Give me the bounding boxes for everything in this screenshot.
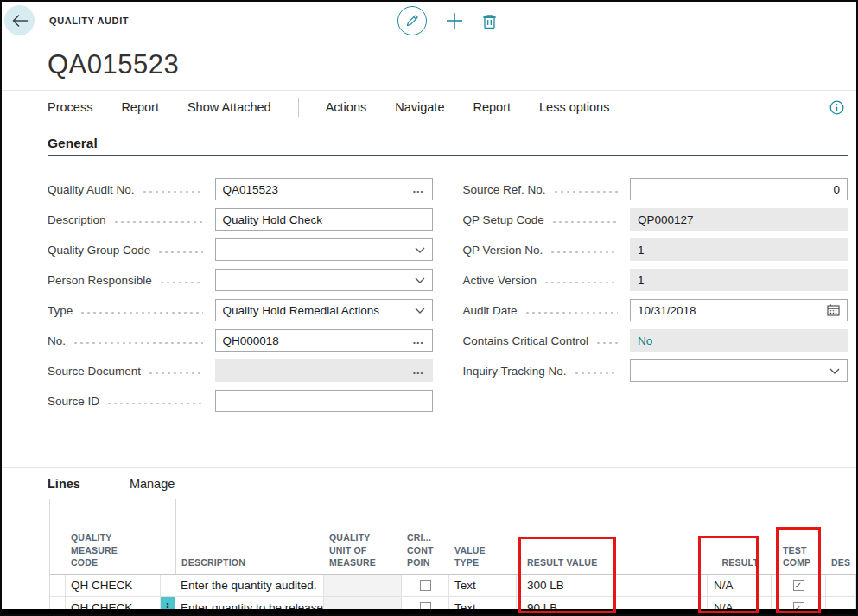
cell-quality-measure-code[interactable]: QH CHECK xyxy=(66,575,161,597)
back-button[interactable] xyxy=(4,5,35,35)
cell-value-type[interactable]: Text xyxy=(449,575,517,597)
inquiry-tracking-no-select[interactable] xyxy=(630,359,848,382)
source-document-field[interactable]: … xyxy=(215,359,433,382)
source-id-input[interactable] xyxy=(215,390,433,412)
dotted-leader xyxy=(148,359,202,382)
dotted-leader xyxy=(142,178,203,200)
bottom-edge-bar xyxy=(2,609,856,614)
chevron-down-icon[interactable] xyxy=(415,277,425,283)
tab-manage[interactable]: Manage xyxy=(130,477,175,491)
field-value: No xyxy=(638,334,652,347)
menu-show-attached[interactable]: Show Attached xyxy=(187,100,271,114)
field-label-qp-setup-code: QP Setup Code xyxy=(463,213,544,226)
field-value: 10/31/2018 xyxy=(638,304,696,317)
field-label-type: Type xyxy=(48,304,73,317)
quality-group-code-select[interactable] xyxy=(215,238,433,261)
cell-des[interactable] xyxy=(826,575,856,597)
contains-critical-control-field: No xyxy=(630,329,848,352)
cell-result-value[interactable]: 300 LB xyxy=(517,575,708,597)
field-label-no: No. xyxy=(48,334,66,347)
source-ref-no-input[interactable]: 0 xyxy=(630,178,848,200)
col-header-description[interactable]: DESCRIPTION xyxy=(175,499,324,575)
field-label-source-ref-no: Source Ref. No. xyxy=(463,183,546,196)
new-button[interactable] xyxy=(445,11,464,30)
cell-quality-unit-of-measure[interactable] xyxy=(324,575,402,597)
type-select[interactable]: Quality Hold Remedial Actions xyxy=(215,299,433,321)
col-header-quality-measure-code[interactable]: QUALITY MEASURE CODE xyxy=(66,499,161,575)
menu-navigate[interactable]: Navigate xyxy=(395,100,444,114)
assist-edit-icon[interactable]: … xyxy=(412,366,425,375)
calendar-icon[interactable] xyxy=(827,304,840,316)
field-label-source-id: Source ID xyxy=(48,395,99,408)
col-header-row-menu xyxy=(161,499,175,575)
dotted-leader xyxy=(157,238,202,261)
menu-less-options[interactable]: Less options xyxy=(539,100,609,114)
col-header-des[interactable]: DES xyxy=(826,499,856,575)
dotted-leader xyxy=(113,208,203,231)
trash-icon xyxy=(482,13,497,29)
chevron-down-icon[interactable] xyxy=(829,368,840,374)
field-label-description: Description xyxy=(48,213,106,226)
qp-setup-code-field: QP000127 xyxy=(630,208,848,231)
chevron-down-icon[interactable] xyxy=(415,308,425,314)
critical-control-checkbox[interactable] xyxy=(420,580,431,591)
dotted-leader xyxy=(551,208,618,231)
top-command-bar: QUALITY AUDIT xyxy=(2,2,856,40)
edit-button[interactable] xyxy=(397,6,427,35)
col-header-result-value[interactable]: RESULT VALUE xyxy=(517,499,708,575)
col-header-critical-control-point[interactable]: CRI... CONT POIN xyxy=(402,499,449,575)
active-version-field: 1 xyxy=(630,269,848,291)
delete-button[interactable] xyxy=(482,13,497,29)
assist-edit-icon[interactable]: … xyxy=(412,185,425,194)
no-field[interactable]: QH000018 … xyxy=(215,329,433,352)
menu-report[interactable]: Report xyxy=(121,100,159,114)
dotted-leader xyxy=(524,299,618,321)
arrow-left-icon xyxy=(11,14,29,28)
lines-table: QUALITY MEASURE CODE DESCRIPTION QUALITY… xyxy=(2,499,856,616)
col-header-selector xyxy=(50,499,66,575)
field-value: 0 xyxy=(833,183,840,196)
field-label-inquiry-tracking-no: Inquiry Tracking No. xyxy=(463,365,567,378)
assist-edit-icon[interactable]: … xyxy=(412,336,425,345)
description-field[interactable]: Quality Hold Check xyxy=(215,208,433,231)
plus-icon xyxy=(445,11,464,30)
col-header-value-type[interactable]: VALUE TYPE xyxy=(449,499,517,575)
menu-report-2[interactable]: Report xyxy=(473,100,511,114)
field-label-quality-audit-no: Quality Audit No. xyxy=(48,183,135,196)
menu-process[interactable]: Process xyxy=(48,100,92,114)
ribbon-separator xyxy=(298,98,299,117)
dotted-leader xyxy=(553,178,618,200)
dotted-leader xyxy=(574,359,618,382)
general-heading[interactable]: General xyxy=(48,135,848,156)
lines-tab-strip: Lines Manage xyxy=(2,467,856,499)
chevron-down-icon[interactable] xyxy=(415,247,425,253)
cell-description[interactable]: Enter the quantity audited. xyxy=(175,575,324,597)
field-label-person-responsible: Person Responsible xyxy=(48,274,152,287)
field-label-qp-version-no: QP Version No. xyxy=(463,244,543,257)
field-value: QA015523 xyxy=(223,183,279,196)
page-actions xyxy=(397,5,497,36)
dotted-leader xyxy=(106,390,202,412)
test-complete-checkbox[interactable] xyxy=(793,580,804,591)
menu-actions[interactable]: Actions xyxy=(326,100,367,114)
field-value: 1 xyxy=(638,274,645,287)
page-title: QA015523 xyxy=(48,49,179,80)
cell-result[interactable]: N/A xyxy=(708,575,772,597)
person-responsible-select[interactable] xyxy=(215,269,433,291)
row-selector-cell[interactable] xyxy=(50,575,66,597)
dotted-leader xyxy=(79,299,202,321)
info-icon[interactable] xyxy=(829,100,844,115)
qp-version-no-field: 1 xyxy=(630,238,848,261)
page-caption: QUALITY AUDIT xyxy=(49,16,129,26)
col-header-result[interactable]: RESULT xyxy=(708,499,772,575)
tab-lines[interactable]: Lines xyxy=(48,477,80,491)
title-bar: QA015523 xyxy=(2,40,856,91)
dotted-leader xyxy=(159,269,203,291)
dotted-leader xyxy=(550,238,618,261)
row-menu-cell[interactable] xyxy=(161,575,175,597)
col-header-test-complete[interactable]: TEST COMP xyxy=(772,499,826,575)
quality-audit-no-field[interactable]: QA015523 … xyxy=(215,178,433,200)
col-header-quality-unit-of-measure[interactable]: QUALITY UNIT OF MEASURE xyxy=(324,499,402,575)
audit-date-field[interactable]: 10/31/2018 xyxy=(630,299,848,321)
field-label-contains-critical-control: Contains Critical Control xyxy=(463,334,589,347)
